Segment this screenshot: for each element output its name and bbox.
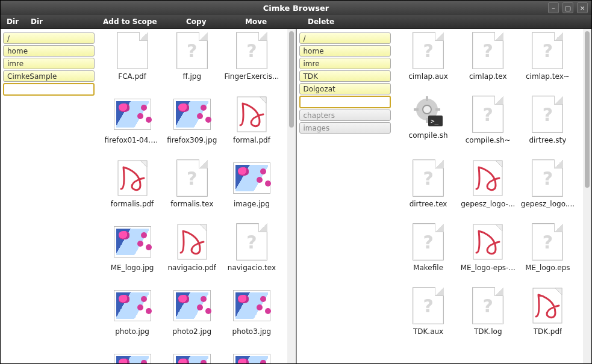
- file-item[interactable]: ?formalis.tex: [163, 159, 221, 208]
- file-item[interactable]: formal.pdf: [222, 95, 281, 144]
- file-item[interactable]: ?ff.jpg: [163, 31, 221, 81]
- file-item[interactable]: image.jpg: [222, 159, 281, 208]
- unknown-file-icon: ?: [469, 31, 507, 70]
- right-scrollbar[interactable]: [583, 29, 591, 363]
- unknown-file-icon: ?: [173, 159, 211, 197]
- file-item[interactable]: photo2.jpg: [163, 286, 221, 336]
- path-input[interactable]: [299, 96, 391, 108]
- unknown-file-icon: ?: [173, 31, 211, 70]
- file-label: formalis.pdf: [111, 200, 154, 208]
- file-item[interactable]: photo.jpg: [103, 286, 161, 336]
- file-label: dirtree.sty: [529, 136, 566, 144]
- maximize-button[interactable]: ▢: [562, 2, 573, 13]
- delete-button[interactable]: Delete: [302, 15, 340, 28]
- path-segment[interactable]: imre: [3, 58, 95, 69]
- unknown-file-icon: ?: [528, 159, 567, 197]
- file-item[interactable]: ?navigacio.tex: [222, 223, 281, 272]
- unknown-file-icon: ?: [409, 159, 447, 197]
- file-label: formal.pdf: [233, 136, 270, 144]
- file-item[interactable]: photo4.jpg: [103, 350, 161, 363]
- close-button[interactable]: ×: [577, 2, 588, 13]
- file-label: navigacio.pdf: [167, 264, 216, 272]
- file-label: TDK.log: [474, 327, 502, 336]
- unknown-file-icon: ?: [528, 95, 567, 134]
- file-label: gepesz_logo....: [521, 200, 575, 208]
- path-segment[interactable]: home: [299, 45, 391, 57]
- file-label: gepesz_logo-...: [461, 200, 515, 208]
- file-item[interactable]: ?cimlap.tex~: [519, 31, 577, 81]
- move-button[interactable]: Move: [239, 15, 273, 28]
- file-item[interactable]: ?dirtree.sty: [519, 95, 577, 144]
- file-item[interactable]: FCA.pdf: [103, 31, 161, 81]
- right-file-grid[interactable]: ?cimlap.aux?cimlap.tex?cimlap.tex~compil…: [393, 29, 584, 363]
- path-segment[interactable]: CimkeSample: [3, 70, 95, 82]
- file-item[interactable]: ?FingerExercis...: [222, 31, 281, 81]
- file-item[interactable]: ?TDK.log: [459, 286, 517, 336]
- right-scroll-thumb[interactable]: [585, 31, 590, 188]
- file-item[interactable]: ?TDK.aux: [399, 286, 458, 336]
- file-item[interactable]: ?gepesz_logo....: [519, 159, 577, 208]
- file-item[interactable]: photo3.jpg: [222, 286, 281, 336]
- file-item[interactable]: formalis.pdf: [103, 159, 161, 208]
- file-item[interactable]: navigacio.pdf: [163, 223, 221, 272]
- path-input[interactable]: [3, 83, 95, 96]
- pdf-icon: [528, 286, 567, 325]
- window-title: Cimke Browser: [1, 4, 591, 13]
- subdir-item[interactable]: images: [299, 122, 391, 134]
- subdir-item[interactable]: chapters: [299, 110, 391, 121]
- path-segment[interactable]: Dolgozat: [299, 83, 391, 94]
- file-item[interactable]: firefox309.jpg: [163, 95, 221, 144]
- dir-button-1[interactable]: Dir: [1, 15, 25, 28]
- pdf-icon: [469, 159, 507, 197]
- minimize-button[interactable]: –: [548, 2, 559, 13]
- file-item[interactable]: TDK.pdf: [519, 286, 577, 336]
- file-item[interactable]: ?cimlap.aux: [399, 31, 458, 81]
- file-item[interactable]: photo6.jpg: [222, 350, 281, 363]
- file-item[interactable]: ?Makefile: [399, 223, 458, 272]
- left-scrollbar[interactable]: [287, 29, 296, 363]
- image-thumbnail: [113, 350, 152, 363]
- image-thumbnail: [232, 350, 271, 363]
- file-item[interactable]: ME_logo.jpg: [103, 223, 161, 272]
- file-label: TDK.aux: [413, 327, 443, 336]
- file-item[interactable]: photo5.jpg: [163, 350, 221, 363]
- file-label: firefox309.jpg: [167, 136, 217, 144]
- file-label: firefox01-04.p...: [105, 136, 160, 144]
- window-controls: – ▢ ×: [548, 2, 588, 13]
- path-segment[interactable]: TDK: [299, 70, 391, 82]
- script-icon: [411, 95, 445, 129]
- image-thumbnail: [113, 95, 152, 134]
- right-nav: /homeimreTDKDolgozatchaptersimages: [297, 29, 393, 363]
- file-item[interactable]: firefox01-04.p...: [103, 95, 161, 144]
- file-item[interactable]: ?cimlap.tex: [459, 31, 517, 81]
- file-item[interactable]: compile.sh: [399, 95, 458, 144]
- dir-button-2[interactable]: Dir: [25, 15, 49, 28]
- image-thumbnail: [113, 286, 152, 325]
- file-label: photo.jpg: [115, 327, 149, 336]
- file-label: image.jpg: [234, 200, 270, 208]
- file-item[interactable]: ?ME_logo.eps: [519, 223, 577, 272]
- unknown-file-icon: ?: [232, 31, 271, 70]
- left-scroll-thumb[interactable]: [289, 31, 294, 128]
- path-segment[interactable]: /: [299, 32, 391, 44]
- left-pane: /homeimreCimkeSample FCA.pdf?ff.jpg?Fing…: [1, 29, 297, 363]
- path-segment[interactable]: imre: [299, 58, 391, 69]
- file-item[interactable]: ?dirtree.tex: [399, 159, 458, 208]
- file-label: Makefile: [413, 264, 443, 272]
- file-label: cimlap.tex~: [526, 72, 570, 81]
- file-item[interactable]: gepesz_logo-...: [459, 159, 517, 208]
- file-label: ME_logo.jpg: [111, 264, 154, 272]
- unknown-file-icon: ?: [469, 95, 507, 134]
- path-segment[interactable]: /: [3, 32, 95, 44]
- copy-button[interactable]: Copy: [180, 15, 212, 28]
- file-item[interactable]: ME_logo-eps-...: [459, 223, 517, 272]
- file-label: ME_logo-eps-...: [461, 264, 516, 272]
- add-to-scope-button[interactable]: Add to Scope: [97, 15, 163, 28]
- left-file-grid[interactable]: FCA.pdf?ff.jpg?FingerExercis...firefox01…: [97, 29, 287, 363]
- pdf-icon: [173, 223, 211, 261]
- file-label: formalis.tex: [170, 200, 213, 208]
- file-item[interactable]: ?compile.sh~: [459, 95, 517, 144]
- file-label: compile.sh: [409, 131, 448, 140]
- unknown-file-icon: ?: [528, 31, 567, 70]
- path-segment[interactable]: home: [3, 45, 95, 57]
